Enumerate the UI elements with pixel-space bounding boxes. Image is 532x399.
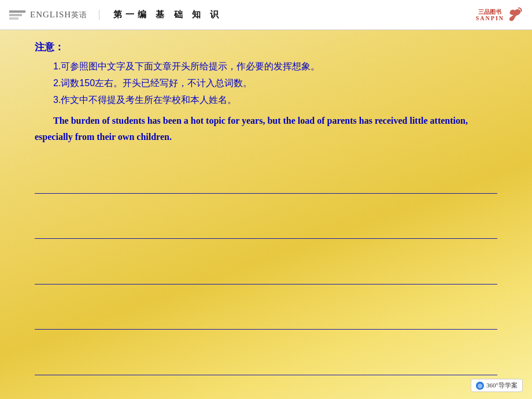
logo-bar-3 — [9, 17, 19, 20]
logo-decoration — [9, 10, 25, 20]
writing-line-3[interactable] — [35, 264, 497, 285]
logo-bar-1 — [9, 10, 25, 13]
page: ENGLISH英语 第一编 基 础 知 识 三品图书 SANPIN 注意： 1.… — [0, 0, 532, 399]
notice-item-3: 3.作文中不得提及考生所在学校和本人姓名。 — [35, 92, 497, 109]
notice-item-1: 1.可参照图中文字及下面文章开头所给提示，作必要的发挥想象。 — [35, 58, 497, 75]
writing-lines-section — [35, 160, 497, 393]
brand-logo: 三品图书 SANPIN — [476, 7, 523, 23]
brand-name-bottom: SANPIN — [476, 15, 504, 21]
writing-line-2[interactable] — [35, 218, 497, 239]
writing-line-5[interactable] — [35, 354, 497, 375]
brand-bird-icon — [507, 7, 523, 23]
notice-item-2: 2.词数150左右。开头已经写好，不计入总词数。 — [35, 75, 497, 92]
subject-logo-text: ENGLISH英语 — [30, 10, 87, 20]
writing-line-1[interactable] — [35, 173, 497, 194]
main-content: 注意： 1.可参照图中文字及下面文章开头所给提示，作必要的发挥想象。 2.词数1… — [0, 30, 532, 399]
header-title: 第一编 基 础 知 识 — [99, 9, 222, 20]
header: ENGLISH英语 第一编 基 础 知 识 三品图书 SANPIN — [0, 0, 532, 30]
brand-name-top: 三品图书 — [476, 9, 504, 15]
logo-area: ENGLISH英语 — [9, 10, 99, 20]
prompt-text: The burden of students has been a hot to… — [35, 113, 497, 145]
brand-text: 三品图书 SANPIN — [476, 9, 504, 21]
logo-chinese: 英语 — [71, 10, 87, 19]
footer-badge: ◎ 360°导学案 — [471, 379, 523, 392]
notice-section: 注意： 1.可参照图中文字及下面文章开头所给提示，作必要的发挥想象。 2.词数1… — [35, 40, 497, 145]
logo-bar-2 — [9, 14, 22, 16]
badge-icon: ◎ — [476, 382, 484, 390]
notice-title: 注意： — [35, 40, 497, 54]
logo-english: ENGLISH — [30, 10, 71, 19]
badge-label: 360°导学案 — [486, 381, 518, 390]
writing-line-4[interactable] — [35, 309, 497, 330]
